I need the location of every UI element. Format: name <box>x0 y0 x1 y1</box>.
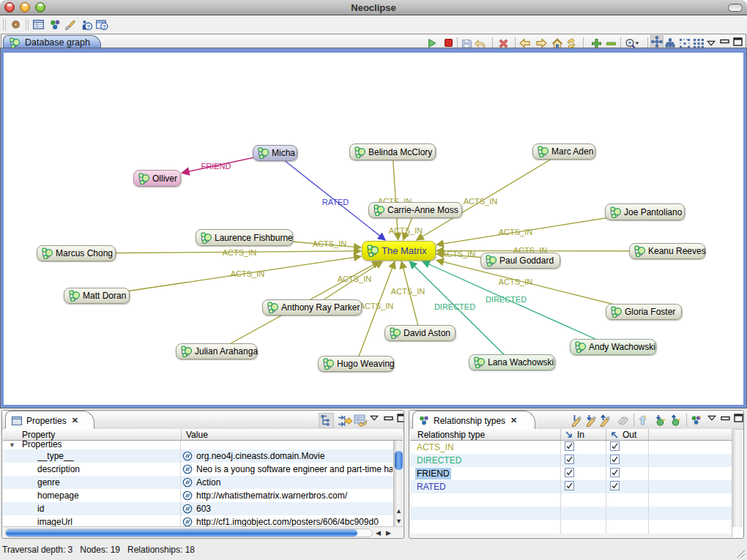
svg-text:ACTS_IN: ACTS_IN <box>389 226 423 235</box>
svg-text:ACTS_IN: ACTS_IN <box>391 287 425 296</box>
svg-text:RATED: RATED <box>322 198 349 206</box>
svg-text:ACTS_IN: ACTS_IN <box>223 248 257 257</box>
svg-text:?: ? <box>103 23 106 30</box>
svg-text:DIRECTED: DIRECTED <box>486 295 527 304</box>
svg-text:ACTS_IN: ACTS_IN <box>499 277 533 286</box>
svg-text:FRIEND: FRIEND <box>201 162 231 171</box>
svg-text:ACTS_IN: ACTS_IN <box>313 239 347 248</box>
svg-text:ACTS_IN: ACTS_IN <box>464 197 498 206</box>
svg-text:ACTS_IN: ACTS_IN <box>231 269 265 278</box>
svg-text:ACTS_IN: ACTS_IN <box>338 275 372 283</box>
svg-text:ACTS_IN: ACTS_IN <box>360 302 394 310</box>
svg-text:?: ? <box>86 23 90 30</box>
svg-text:ACTS_IN: ACTS_IN <box>442 250 476 258</box>
svg-text:DIRECTED: DIRECTED <box>434 302 475 311</box>
svg-text:ACTS_IN: ACTS_IN <box>499 228 533 236</box>
